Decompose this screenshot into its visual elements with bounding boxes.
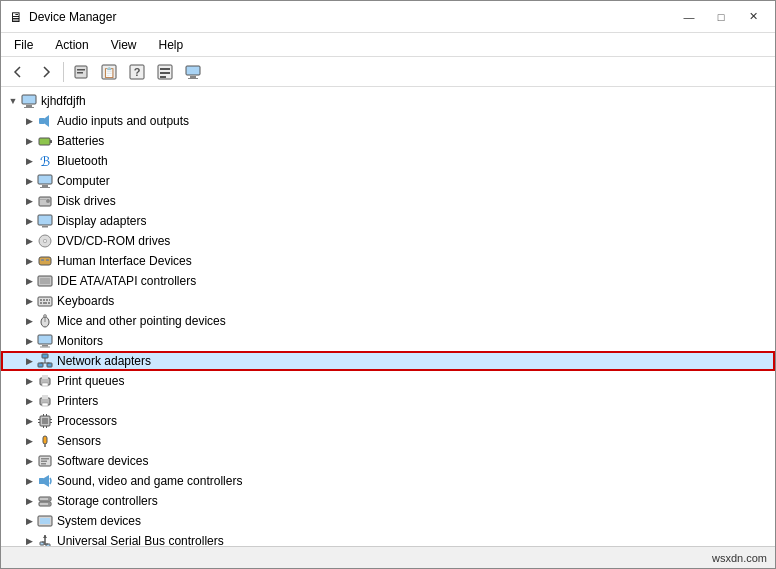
display-label: Display adapters <box>57 214 146 228</box>
svg-rect-53 <box>38 363 43 367</box>
disk-label: Disk drives <box>57 194 116 208</box>
tree-item-disk[interactable]: ▶ Disk drives <box>1 191 775 211</box>
tree-item-storage[interactable]: ▶ Storage controllers <box>1 491 775 511</box>
tree-item-sound[interactable]: ▶ Sound, video and game controllers <box>1 471 775 491</box>
svg-rect-80 <box>39 478 44 484</box>
processors-label: Processors <box>57 414 117 428</box>
svg-rect-16 <box>24 107 34 108</box>
tree-item-batteries[interactable]: ▶ Batteries <box>1 131 775 151</box>
network-expand-icon: ▶ <box>21 353 37 369</box>
tree-item-network[interactable]: ▶ Network adapters <box>1 351 775 371</box>
svg-text:ℬ: ℬ <box>40 154 50 169</box>
usb-expand-icon: ▶ <box>21 533 37 546</box>
sound-expand-icon: ▶ <box>21 473 37 489</box>
svg-rect-87 <box>40 518 50 524</box>
menu-action[interactable]: Action <box>46 35 97 55</box>
storage-icon <box>37 493 53 509</box>
software-label: Software devices <box>57 454 148 468</box>
disk-icon <box>37 193 53 209</box>
usb-icon <box>37 533 53 546</box>
tree-item-ide[interactable]: ▶ IDE ATA/ATAPI controllers <box>1 271 775 291</box>
view-button[interactable] <box>152 60 178 84</box>
tree-root[interactable]: ▼ kjhdfdjfh <box>1 91 775 111</box>
maximize-button[interactable]: □ <box>707 7 735 27</box>
svg-rect-11 <box>186 66 200 75</box>
svg-rect-34 <box>41 259 44 261</box>
ide-expand-icon: ▶ <box>21 273 37 289</box>
svg-rect-42 <box>49 299 50 301</box>
svg-rect-39 <box>40 299 42 301</box>
system-icon <box>37 513 53 529</box>
keyboards-expand-icon: ▶ <box>21 293 37 309</box>
tree-item-system[interactable]: ▶ System devices <box>1 511 775 531</box>
tree-item-usb[interactable]: ▶ Universal Serial Bus controllers <box>1 531 775 546</box>
sensors-expand-icon: ▶ <box>21 433 37 449</box>
tree-item-dvd[interactable]: ▶ DVD/CD-ROM drives <box>1 231 775 251</box>
menu-help[interactable]: Help <box>150 35 193 55</box>
tree-item-sensors[interactable]: ▶ Sensors <box>1 431 775 451</box>
audio-icon <box>37 113 53 129</box>
svg-rect-15 <box>26 105 32 107</box>
svg-rect-50 <box>42 345 48 347</box>
update-icon: 📋 <box>101 64 117 80</box>
svg-rect-29 <box>42 226 48 228</box>
tree-item-mice[interactable]: ▶ Mice and other pointing devices <box>1 311 775 331</box>
tree-item-bluetooth[interactable]: ▶ ℬ Bluetooth <box>1 151 775 171</box>
sensors-label: Sensors <box>57 434 101 448</box>
svg-marker-81 <box>44 475 49 487</box>
tree-item-monitors[interactable]: ▶ Monitors <box>1 331 775 351</box>
status-bar: wsxdn.com <box>1 546 775 568</box>
tree-item-computer[interactable]: ▶ Computer <box>1 171 775 191</box>
root-label: kjhdfdjfh <box>41 94 86 108</box>
tree-view[interactable]: ▼ kjhdfdjfh ▶ Audio inputs and outputs <box>1 87 775 546</box>
svg-marker-18 <box>45 115 49 127</box>
tree-item-display[interactable]: ▶ Display adapters <box>1 211 775 231</box>
toolbar-separator-1 <box>63 62 64 82</box>
svg-rect-67 <box>38 422 40 423</box>
system-label: System devices <box>57 514 141 528</box>
help-button[interactable]: ? <box>124 60 150 84</box>
svg-rect-69 <box>50 422 52 423</box>
computer-button[interactable] <box>180 60 206 84</box>
menu-view[interactable]: View <box>102 35 146 55</box>
tree-item-keyboards[interactable]: ▶ Keyboards <box>1 291 775 311</box>
svg-rect-66 <box>38 419 40 420</box>
tree-item-processors[interactable]: ▶ Processors <box>1 411 775 431</box>
svg-rect-10 <box>160 76 166 78</box>
svg-rect-70 <box>43 414 44 416</box>
batteries-label: Batteries <box>57 134 104 148</box>
svg-rect-38 <box>38 297 52 306</box>
device-manager-window: 🖥 Device Manager — □ ✕ File Action View … <box>0 0 776 569</box>
update-button[interactable]: 📋 <box>96 60 122 84</box>
close-button[interactable]: ✕ <box>739 7 767 27</box>
processors-expand-icon: ▶ <box>21 413 37 429</box>
mice-expand-icon: ▶ <box>21 313 37 329</box>
menu-bar: File Action View Help <box>1 33 775 57</box>
back-button[interactable] <box>5 60 31 84</box>
svg-rect-40 <box>43 299 45 301</box>
printqueues-label: Print queues <box>57 374 124 388</box>
svg-rect-52 <box>42 354 48 358</box>
back-icon <box>11 65 25 79</box>
batteries-expand-icon: ▶ <box>21 133 37 149</box>
tree-item-printers[interactable]: ▶ Printers <box>1 391 775 411</box>
tree-item-software[interactable]: ▶ Software devices <box>1 451 775 471</box>
svg-rect-44 <box>43 302 47 304</box>
ide-icon <box>37 273 53 289</box>
network-icon <box>37 353 53 369</box>
svg-rect-8 <box>160 68 170 70</box>
display-icon <box>37 213 53 229</box>
computer-tree-icon <box>37 173 53 189</box>
view-icon <box>157 64 173 80</box>
menu-file[interactable]: File <box>5 35 42 55</box>
svg-point-26 <box>46 199 50 203</box>
tree-item-audio[interactable]: ▶ Audio inputs and outputs <box>1 111 775 131</box>
svg-rect-77 <box>41 458 49 460</box>
system-expand-icon: ▶ <box>21 513 37 529</box>
properties-button[interactable] <box>68 60 94 84</box>
forward-button[interactable] <box>33 60 59 84</box>
minimize-button[interactable]: — <box>675 7 703 27</box>
tree-item-printqueues[interactable]: ▶ Print queues <box>1 371 775 391</box>
svg-rect-78 <box>41 461 47 463</box>
tree-item-hid[interactable]: ▶ Human Interface Devices <box>1 251 775 271</box>
